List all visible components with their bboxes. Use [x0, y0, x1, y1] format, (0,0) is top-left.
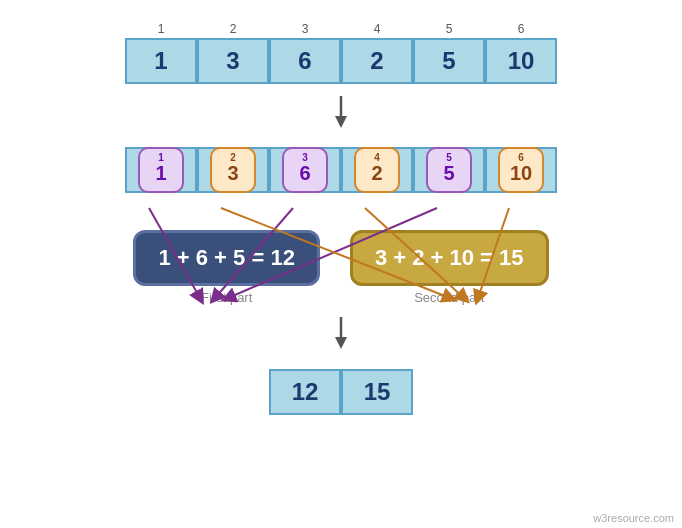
- badge-1: 1 1: [138, 147, 184, 193]
- arrow-down-1: [326, 94, 356, 130]
- bottom-array: 12 15: [269, 369, 413, 415]
- results-row: 1 + 6 + 5 = 12 First part 3 + 2 + 10 = 1…: [41, 230, 641, 305]
- mid-cell-4: 4 2: [341, 147, 413, 193]
- mid-cell-2: 2 3: [197, 147, 269, 193]
- watermark: w3resource.com: [593, 512, 674, 524]
- svg-marker-3: [335, 337, 347, 349]
- first-result-col: 1 + 6 + 5 = 12 First part: [133, 230, 319, 305]
- top-cell-4: 4 2: [341, 38, 413, 84]
- second-result-label: Second part: [414, 290, 484, 305]
- arrow-down-2: [326, 315, 356, 351]
- mid-cell-5: 5 5: [413, 147, 485, 193]
- top-cell-6: 6 10: [485, 38, 557, 84]
- middle-array: 1 1 2 3 3 6 4 2 5 5: [125, 140, 557, 200]
- top-cell-3: 3 6: [269, 38, 341, 84]
- first-result-box: 1 + 6 + 5 = 12: [133, 230, 319, 286]
- badge-3: 3 6: [282, 147, 328, 193]
- mid-cell-1: 1 1: [125, 147, 197, 193]
- svg-marker-1: [335, 116, 347, 128]
- badge-2: 2 3: [210, 147, 256, 193]
- second-result-col: 3 + 2 + 10 = 15 Second part: [350, 230, 549, 305]
- top-cell-5: 5 5: [413, 38, 485, 84]
- top-array: 1 1 2 3 3 6 4 2 5 5 6 10: [125, 38, 557, 84]
- bottom-cell-1: 12: [269, 369, 341, 415]
- badge-6: 6 10: [498, 147, 544, 193]
- top-cell-2: 2 3: [197, 38, 269, 84]
- top-cell-1: 1 1: [125, 38, 197, 84]
- main-container: 1 1 2 3 3 6 4 2 5 5 6 10: [0, 0, 682, 528]
- mid-cell-6: 6 10: [485, 147, 557, 193]
- bottom-cell-2: 15: [341, 369, 413, 415]
- badge-5: 5 5: [426, 147, 472, 193]
- mid-cell-3: 3 6: [269, 147, 341, 193]
- badge-4: 4 2: [354, 147, 400, 193]
- first-result-label: First part: [201, 290, 252, 305]
- second-result-box: 3 + 2 + 10 = 15: [350, 230, 549, 286]
